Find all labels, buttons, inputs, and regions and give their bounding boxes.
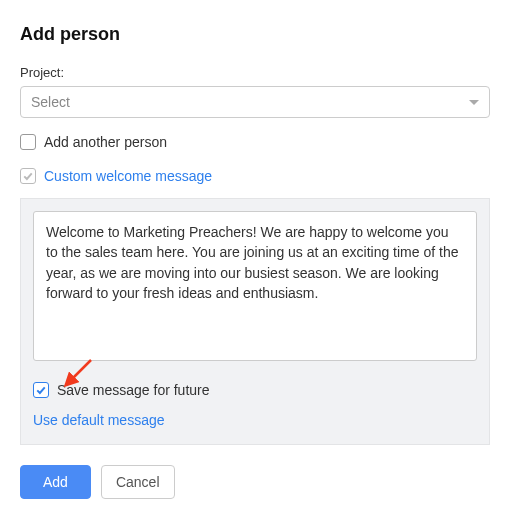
use-default-message-link[interactable]: Use default message bbox=[33, 412, 477, 428]
add-another-checkbox[interactable] bbox=[20, 134, 36, 150]
svg-line-0 bbox=[69, 360, 91, 382]
save-for-future-checkbox[interactable] bbox=[33, 382, 49, 398]
button-row: Add Cancel bbox=[20, 465, 490, 499]
add-another-row[interactable]: Add another person bbox=[20, 134, 490, 150]
cancel-button[interactable]: Cancel bbox=[101, 465, 175, 499]
custom-welcome-row[interactable]: Custom welcome message bbox=[20, 168, 490, 184]
chevron-down-icon bbox=[469, 100, 479, 105]
save-for-future-row[interactable]: Save message for future bbox=[33, 382, 477, 398]
add-button[interactable]: Add bbox=[20, 465, 91, 499]
welcome-message-textarea[interactable] bbox=[33, 211, 477, 361]
welcome-message-section: Save message for future Use default mess… bbox=[20, 198, 490, 445]
add-another-label: Add another person bbox=[44, 134, 167, 150]
project-selected-value: Select bbox=[31, 94, 70, 110]
check-icon bbox=[22, 170, 34, 182]
page-title: Add person bbox=[20, 24, 490, 45]
save-for-future-label: Save message for future bbox=[57, 382, 210, 398]
check-icon bbox=[35, 384, 47, 396]
custom-welcome-label: Custom welcome message bbox=[44, 168, 212, 184]
custom-welcome-checkbox[interactable] bbox=[20, 168, 36, 184]
project-label: Project: bbox=[20, 65, 490, 80]
project-select[interactable]: Select bbox=[20, 86, 490, 118]
